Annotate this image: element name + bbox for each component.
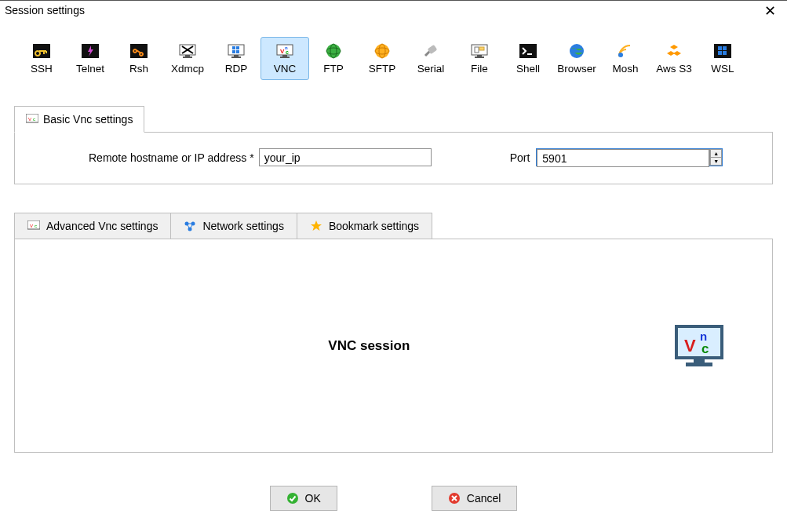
session-type-label: Serial [417,63,445,75]
session-type-label: SSH [31,63,53,75]
session-type-rdp[interactable]: RDP [212,37,261,80]
star-icon [310,220,322,232]
globe-blue-icon [566,42,588,60]
svg-rect-20 [280,56,290,58]
svg-rect-31 [477,55,482,56]
svg-rect-14 [231,56,241,58]
svg-text:c: c [286,49,289,55]
session-type-label: Aws S3 [656,63,692,75]
port-step-up-icon[interactable]: ▲ [710,149,722,158]
svg-text:V: V [684,336,696,355]
session-type-ftp[interactable]: FTP [309,37,358,80]
button-label: OK [305,492,321,505]
svg-rect-39 [723,46,727,50]
cubes-icon [663,42,685,60]
x-monitor-icon [177,42,199,60]
session-type-xdmcp[interactable]: Xdmcp [163,37,212,80]
svg-rect-52 [676,326,722,358]
session-type-label: Telnet [76,63,104,75]
session-type-awss3[interactable]: Aws S3 [650,37,698,80]
svg-rect-8 [228,45,244,55]
svg-point-36 [618,53,623,57]
session-type-wsl[interactable]: WSL [698,37,747,80]
svg-rect-40 [718,51,722,55]
lightning-icon [79,42,101,60]
svg-point-58 [287,493,298,504]
session-type-vnc[interactable]: Vnc VNC [261,37,309,80]
close-icon[interactable]: ✕ [760,4,781,18]
hostname-input[interactable] [259,148,432,166]
svg-point-24 [375,44,389,58]
session-type-shell[interactable]: Shell [504,37,552,80]
tab-label: Advanced Vnc settings [46,220,158,232]
svg-rect-30 [479,47,484,50]
svg-rect-56 [694,358,705,363]
svg-rect-13 [234,55,239,56]
svg-text:V: V [30,224,33,228]
session-type-label: SFTP [369,63,396,75]
windows-icon [712,42,734,60]
window-title: Session settings [5,4,85,16]
globe-green-icon [322,42,344,60]
tab-network-settings[interactable]: Network settings [170,213,297,239]
session-type-ssh[interactable]: SSH [17,37,66,80]
windows-monitor-icon [225,42,247,60]
session-type-mosh[interactable]: Mosh [601,37,650,80]
port-input[interactable] [537,149,709,167]
session-type-label: WSL [711,63,734,75]
svg-rect-10 [236,46,239,49]
session-type-rsh[interactable]: Rsh [115,37,163,80]
svg-text:c: c [35,224,37,228]
session-type-file[interactable]: File [455,37,504,80]
svg-rect-6 [185,55,190,56]
check-circle-icon [286,492,299,505]
ok-button[interactable]: OK [270,486,337,511]
tab-advanced-vnc-settings[interactable]: Vc Advanced Vnc settings [14,213,171,239]
tab-label: Network settings [202,220,283,232]
session-type-label: File [471,63,488,75]
tab-bookmark-settings[interactable]: Bookmark settings [297,213,432,239]
session-type-label: Xdmcp [171,63,204,75]
svg-point-35 [570,44,584,58]
session-type-browser[interactable]: Browser [552,37,601,80]
session-type-label: FTP [323,63,344,75]
svg-point-21 [326,44,341,58]
tab-label: Basic Vnc settings [43,113,133,126]
svg-rect-9 [232,46,235,49]
svg-rect-32 [475,56,484,58]
svg-text:c: c [701,341,709,356]
svg-marker-51 [311,220,322,231]
session-type-serial[interactable]: Serial [406,37,455,80]
hostname-label: Remote hostname or IP address * [89,151,254,164]
svg-rect-38 [718,46,722,50]
link-icon [128,42,150,60]
vnc-mini-icon: Vc [26,114,38,125]
session-type-label: Rsh [129,63,148,75]
serial-cable-icon [420,42,442,60]
svg-rect-11 [232,50,235,53]
session-type-sftp[interactable]: SFTP [358,37,406,80]
globe-orange-icon [371,42,393,60]
session-type-label: RDP [225,63,248,75]
satellite-icon [614,42,636,60]
svg-rect-12 [236,50,239,53]
tab-basic-vnc-settings[interactable]: Vc Basic Vnc settings [14,106,144,133]
session-type-label: Mosh [612,63,638,75]
vnc-large-icon: V n c [673,323,725,369]
session-preview-panel: VNC session V n c [14,239,773,453]
session-type-toolbar: SSH Telnet Rsh Xdmcp RDP [0,23,787,80]
session-type-label: Browser [557,63,596,75]
cancel-button[interactable]: Cancel [432,486,518,511]
terminal-icon [517,42,539,60]
port-step-down-icon[interactable]: ▼ [710,158,722,166]
svg-rect-7 [183,56,192,58]
svg-text:c: c [33,117,35,122]
key-icon [31,42,53,60]
file-monitor-icon [468,42,490,60]
svg-text:V: V [28,117,31,122]
button-label: Cancel [467,492,501,505]
x-circle-icon [448,492,461,505]
svg-rect-41 [723,51,727,55]
session-type-telnet[interactable]: Telnet [66,37,115,80]
svg-rect-19 [282,55,287,56]
